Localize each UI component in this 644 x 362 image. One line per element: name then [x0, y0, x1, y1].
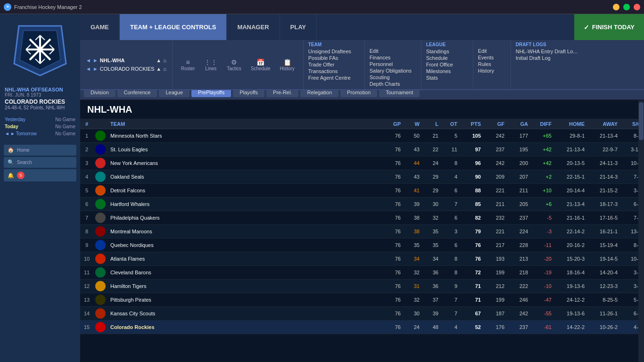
- nav-search-button[interactable]: 🔍 Search: [4, 157, 76, 168]
- salary-obligations-item[interactable]: Salary Obligations: [370, 67, 416, 74]
- pts-cell: 88: [460, 184, 484, 197]
- close-button[interactable]: ✕: [634, 4, 640, 10]
- ga-cell: 177: [507, 129, 531, 143]
- diff-cell: +6: [531, 197, 554, 211]
- initial-draft-item[interactable]: Initial Draft Log: [516, 55, 578, 61]
- transactions-item[interactable]: Transactions: [308, 68, 360, 74]
- team-section-title: TEAM: [308, 42, 360, 47]
- table-row[interactable]: 1 Minnesota North Stars 76 50 21 5 105 2…: [80, 129, 644, 143]
- schedule-button[interactable]: 📅 Schedule: [248, 58, 273, 72]
- league-edit-item[interactable]: Edit: [478, 48, 506, 54]
- pts-cell: 72: [460, 266, 484, 280]
- rank-cell: 2: [80, 143, 93, 156]
- table-wrapper[interactable]: # TEAM GP W L OT PTS GF GA DIFF HOME AWA…: [80, 119, 644, 360]
- maximize-button[interactable]: □: [623, 4, 630, 10]
- yesterday-label[interactable]: Yesterday: [5, 117, 25, 122]
- finances-item[interactable]: Finances: [370, 54, 416, 61]
- table-row[interactable]: 14 Kansas City Scouts 76 30 39 7 67 187 …: [80, 307, 644, 321]
- team-name-cell: Philadelphia Quakers: [107, 211, 385, 225]
- table-row[interactable]: 11 Cleveland Barons 76 32 36 8 72 199 21…: [80, 266, 644, 280]
- diff-cell: -47: [531, 293, 554, 307]
- schedule-icon: 📅: [251, 58, 271, 66]
- table-row[interactable]: 6 Hartford Whalers 76 39 30 7 85 211 205…: [80, 197, 644, 211]
- history-button[interactable]: 📋 History: [277, 58, 297, 72]
- arrow-right-icon2[interactable]: ►: [93, 66, 98, 72]
- diff-cell: +2: [531, 170, 554, 184]
- scroll-track[interactable]: [638, 100, 644, 362]
- team-name-cell: Kansas City Scouts: [107, 307, 385, 321]
- tactics-button[interactable]: ⚙ Tactics: [224, 58, 244, 72]
- ga-cell: 200: [507, 156, 531, 170]
- personnel-item[interactable]: Personnel: [370, 61, 416, 67]
- table-row[interactable]: 5 Detroit Falcons 76 41 29 6 88 221 211 …: [80, 184, 644, 197]
- table-row[interactable]: 9 Quebec Nordiques 76 35 35 6 76 217 228…: [80, 239, 644, 252]
- nav-home-button[interactable]: 🏠 Home: [4, 145, 76, 156]
- l-cell: 36: [422, 280, 441, 293]
- l-cell: 21: [422, 129, 441, 143]
- finish-today-button[interactable]: ✓ FINISH TODAY: [574, 14, 644, 40]
- roster-button[interactable]: ≡ Roster: [178, 58, 198, 72]
- arrow-left-icon[interactable]: ◄: [86, 58, 91, 63]
- tactics-icon: ⚙: [227, 58, 241, 66]
- gf-cell: 199: [484, 293, 507, 307]
- history-link-item[interactable]: History: [478, 67, 506, 74]
- tomorrow-label[interactable]: ◄ ► Tomorrow: [5, 131, 37, 136]
- yesterday-row: Yesterday No Game: [5, 116, 75, 123]
- arrow-right-icon[interactable]: ►: [93, 58, 98, 63]
- league-schedule-item[interactable]: Schedule: [426, 55, 468, 61]
- diff-cell: -20: [531, 252, 554, 266]
- rank-cell: 5: [80, 184, 93, 197]
- table-row[interactable]: 15 Colorado Rockies 76 24 48 4 52 176 23…: [80, 321, 644, 334]
- edit-item[interactable]: Edit: [370, 48, 416, 54]
- unsigned-draftees-item[interactable]: Unsigned Draftees: [308, 48, 360, 55]
- table-row[interactable]: 7 Philadelphia Quakers 76 38 32 6 82 232…: [80, 211, 644, 225]
- col-w: W: [404, 119, 422, 129]
- lines-button[interactable]: ⋮⋮ Lines: [201, 58, 220, 72]
- ot-cell: 9: [441, 280, 460, 293]
- nhl-wha-row[interactable]: ◄ ► NHL-WHA ▲ ⌂: [84, 56, 168, 65]
- diff-cell: -55: [531, 307, 554, 321]
- season-label: NHL-WHA OFFSEASON: [5, 87, 75, 92]
- home-cell: 18-16-4: [554, 266, 587, 280]
- table-row[interactable]: 12 Hamilton Tigers 76 31 36 9 71 212 222…: [80, 280, 644, 293]
- standings-item[interactable]: Standings: [426, 48, 468, 55]
- menu-item-game[interactable]: GAME: [80, 14, 120, 40]
- scouting-item[interactable]: Scouting: [370, 74, 416, 81]
- trade-offer-item[interactable]: Trade Offer: [308, 61, 360, 68]
- scroll-thumb[interactable]: [639, 102, 644, 140]
- team-name-cell: Pittsburgh Pirates: [107, 293, 385, 307]
- home-cell: 14-22-2: [554, 321, 587, 334]
- table-row[interactable]: 2 St. Louis Eagles 76 43 22 11 97 237 19…: [80, 143, 644, 156]
- left-panel: NHL-WHA OFFSEASON FRI. JUN. 8 1973 COLOR…: [0, 14, 80, 362]
- today-label[interactable]: Today: [5, 124, 18, 129]
- gf-cell: 193: [484, 252, 507, 266]
- nav-next-icon[interactable]: ►: [10, 131, 15, 136]
- menu-item-team-league[interactable]: TEAM + LEAGUE CONTROLS: [120, 14, 227, 40]
- nav-prev-icon[interactable]: ◄: [5, 131, 9, 136]
- arrow-left-icon2[interactable]: ◄: [86, 66, 91, 72]
- diff-cell: +42: [531, 156, 554, 170]
- gp-cell: 76: [385, 184, 404, 197]
- entry-draft-item[interactable]: NHL-WHA Entry Draft Lo...: [516, 48, 578, 55]
- nav-notifications-button[interactable]: 🔔 5: [4, 169, 76, 181]
- table-row[interactable]: 3 New York Americans 76 44 24 8 96 242 2…: [80, 156, 644, 170]
- depth-charts-item[interactable]: Depth Charts: [370, 81, 416, 87]
- team-icon: [95, 199, 106, 209]
- free-agent-centre-item[interactable]: Free Agent Centre: [308, 74, 360, 81]
- minimize-button[interactable]: ─: [613, 4, 619, 10]
- front-office-item[interactable]: Front Office: [426, 61, 468, 68]
- rules-item[interactable]: Rules: [478, 61, 506, 67]
- possible-fas-item[interactable]: Possible FAs: [308, 55, 360, 61]
- w-cell: 38: [404, 225, 422, 239]
- milestones-item[interactable]: Milestones: [426, 68, 468, 74]
- table-row[interactable]: 13 Pittsburgh Pirates 76 32 37 7 71 199 …: [80, 293, 644, 307]
- table-row[interactable]: 10 Atlanta Flames 76 34 34 8 76 193 213 …: [80, 252, 644, 266]
- table-row[interactable]: 4 Oakland Seals 76 43 29 4 90 209 207 +2…: [80, 170, 644, 184]
- table-row[interactable]: 8 Montreal Maroons 76 38 35 3 79 221 224…: [80, 225, 644, 239]
- menu-item-manager[interactable]: MANAGER: [227, 14, 280, 40]
- colorado-row[interactable]: ◄ ► COLORADO ROCKIES ▲ ⌂: [84, 65, 168, 73]
- events-item[interactable]: Events: [478, 54, 506, 61]
- stats-item[interactable]: Stats: [426, 74, 468, 81]
- rank-cell: 10: [80, 252, 93, 266]
- menu-item-play[interactable]: PLAY: [280, 14, 317, 40]
